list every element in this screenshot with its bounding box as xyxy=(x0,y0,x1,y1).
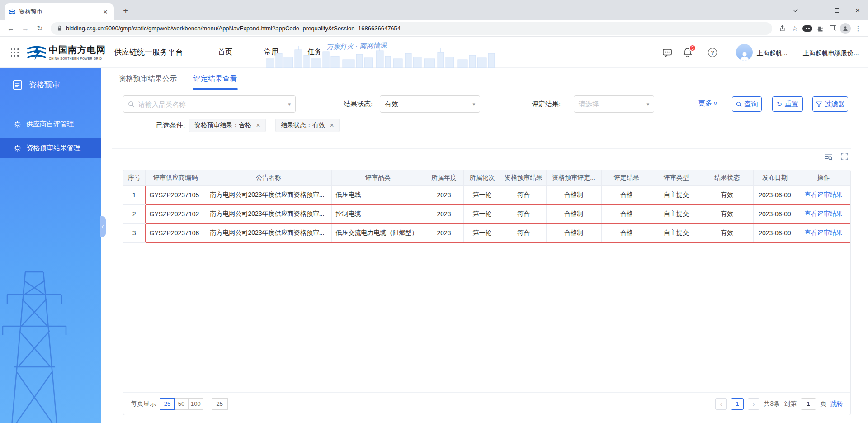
page-number-button[interactable]: 1 xyxy=(731,398,744,410)
more-label: 更多 xyxy=(698,99,712,108)
cell-eval-result: 合格 xyxy=(601,185,652,204)
pager-controls: ‹ 1 › 共3条 到第 页 跳转 xyxy=(715,398,843,410)
lock-icon xyxy=(57,25,62,31)
side-panel-icon[interactable] xyxy=(827,23,838,34)
cell-prequalify-result: 符合 xyxy=(501,223,546,242)
help-icon[interactable]: ? xyxy=(708,48,717,57)
selected-conditions-row: 已选条件: 资格预审结果：合格 ✕ 结果状态：有效 ✕ xyxy=(101,118,868,133)
sidebar-item-prequalify-result-mgmt[interactable]: 资格预审结果管理 xyxy=(0,138,101,158)
tab-evaluation-result-view[interactable]: 评定结果查看 xyxy=(193,68,238,90)
results-table: 序号评审供应商编码公告名称评审品类所属年度所属轮次资格预审结果资格预审评定...… xyxy=(123,170,851,243)
tag-close-icon[interactable]: ✕ xyxy=(330,122,334,128)
column-header: 资格预审评定... xyxy=(546,170,601,185)
jump-button[interactable]: 跳转 xyxy=(830,400,843,408)
view-review-result-link[interactable]: 查看评审结果 xyxy=(805,210,843,217)
sidebar-item-prequalify[interactable]: 资格预审 xyxy=(0,75,101,94)
extensions-puzzle-icon[interactable] xyxy=(815,23,826,34)
window-maximize-button[interactable] xyxy=(826,0,847,20)
table-empty-area xyxy=(123,243,850,393)
brand-name-en: CHINA SOUTHERN POWER GRID xyxy=(49,57,106,60)
apps-grid-icon[interactable] xyxy=(11,48,19,57)
tab-close-icon[interactable]: ✕ xyxy=(101,8,109,16)
back-icon[interactable]: ← xyxy=(5,22,17,35)
fullscreen-icon[interactable] xyxy=(840,152,849,161)
filter-tag-text: 结果状态：有效 xyxy=(281,121,325,129)
query-button[interactable]: 查询 xyxy=(732,96,762,112)
cell-prequalify-eval: 合格制 xyxy=(546,185,601,204)
cell-prequalify-eval: 合格制 xyxy=(546,223,601,242)
cell-announcement: 南方电网公司2023年度供应商资格预审... xyxy=(206,204,331,223)
brand-block: 中国南方电网 CHINA SOUTHERN POWER GRID xyxy=(49,44,106,60)
filter-button[interactable]: 过滤器 xyxy=(812,96,848,112)
cell-date: 2023-06-09 xyxy=(753,204,797,223)
content-tabs: 资格预审结果公示 评定结果查看 xyxy=(101,68,868,90)
cell-announcement: 南方电网公司2023年度供应商资格预审... xyxy=(206,185,331,204)
category-search-box[interactable]: ▾ xyxy=(123,95,296,113)
nav-item-tasks[interactable]: 任务 xyxy=(307,48,322,57)
cell-status: 有效 xyxy=(701,223,753,242)
cell-date: 2023-06-09 xyxy=(753,223,797,242)
cell-eval-result: 合格 xyxy=(601,204,652,223)
status-select[interactable]: 有效 ▾ xyxy=(380,95,480,113)
page-size-100-button[interactable]: 100 xyxy=(188,398,203,410)
status-filter-label: 结果状态: xyxy=(344,95,373,113)
table-body: 1GYSZP20237105南方电网公司2023年度供应商资格预审...低压电线… xyxy=(123,185,850,242)
browser-profile-icon[interactable] xyxy=(840,23,851,34)
page-size-25-button[interactable]: 25 xyxy=(160,398,175,410)
bookmark-star-icon[interactable]: ☆ xyxy=(789,23,800,34)
page-size-current[interactable]: 25 xyxy=(212,398,228,410)
cell-prequalify-eval: 合格制 xyxy=(546,204,601,223)
more-filters-link[interactable]: 更多 ∨ xyxy=(698,99,717,108)
goto-prefix-label: 到第 xyxy=(784,400,797,408)
filter-tag-text: 资格预审结果：合格 xyxy=(194,121,251,129)
view-review-result-link[interactable]: 查看评审结果 xyxy=(805,191,843,198)
cell-date: 2023-06-09 xyxy=(753,185,797,204)
reload-icon[interactable]: ↻ xyxy=(33,22,46,35)
nav-item-home[interactable]: 首页 xyxy=(218,48,232,57)
category-search-input[interactable] xyxy=(138,100,283,108)
cell-prequalify-result: 符合 xyxy=(501,204,546,223)
browser-menu-icon[interactable]: ⋮ xyxy=(853,23,863,34)
url-bar[interactable]: bidding.csg.cn:9090/gmp/static/gmpweb/wo… xyxy=(51,22,772,35)
tab-search-icon[interactable] xyxy=(785,0,806,20)
user-avatar[interactable] xyxy=(736,44,753,61)
window-close-button[interactable]: ✕ xyxy=(847,0,868,20)
nav-item-common[interactable]: 常用 xyxy=(264,48,278,57)
user-name-short[interactable]: 上海起帆... xyxy=(757,49,788,57)
share-icon[interactable] xyxy=(777,23,788,34)
result-select[interactable]: 请选择 ▾ xyxy=(574,95,654,113)
prev-page-icon[interactable]: ‹ xyxy=(715,398,727,410)
caret-down-icon: ▾ xyxy=(288,101,291,107)
column-settings-icon[interactable] xyxy=(824,152,833,161)
url-text: bidding.csg.cn:9090/gmp/static/gmpweb/wo… xyxy=(66,25,401,32)
goto-page-input[interactable] xyxy=(801,398,816,410)
cell-no: 1 xyxy=(123,185,145,204)
page-size-50-button[interactable]: 50 xyxy=(174,398,189,410)
notification-bell-icon[interactable]: 5 xyxy=(683,47,693,58)
sidebar-item-label: 资格预审 xyxy=(29,80,60,90)
cell-action: 查看评审结果 xyxy=(797,185,850,204)
sidebar-item-supplier-self-eval[interactable]: 供应商自评管理 xyxy=(0,115,101,133)
next-page-icon[interactable]: › xyxy=(748,398,760,410)
cell-no: 2 xyxy=(123,204,145,223)
screen: { "colors": { "accent": "#2e6be6", "side… xyxy=(0,0,868,423)
notification-badge: 5 xyxy=(689,44,696,52)
reset-button[interactable]: ↻ 重置 xyxy=(772,96,803,112)
cityscape-watermark: 万家灯火 · 南网情深 xyxy=(266,40,501,68)
cell-category: 控制电缆 xyxy=(331,204,425,223)
new-tab-button[interactable]: + xyxy=(119,5,132,17)
user-company-name[interactable]: 上海起帆电缆股份... xyxy=(803,49,859,57)
window-minimize-button[interactable] xyxy=(806,0,826,20)
extension-pill-icon[interactable] xyxy=(802,23,813,34)
column-header: 操作 xyxy=(797,170,850,185)
sidebar-item-label: 资格预审结果管理 xyxy=(26,144,80,152)
sidebar-collapse-handle[interactable] xyxy=(100,216,106,237)
column-header: 评审类型 xyxy=(652,170,701,185)
column-header: 发布日期 xyxy=(753,170,797,185)
tab-prequalify-result-publicity[interactable]: 资格预审结果公示 xyxy=(118,68,178,90)
view-review-result-link[interactable]: 查看评审结果 xyxy=(805,229,843,236)
browser-tab[interactable]: 资格预审 ✕ xyxy=(5,3,114,20)
forward-icon[interactable]: → xyxy=(19,22,32,35)
message-icon[interactable] xyxy=(662,48,673,58)
tag-close-icon[interactable]: ✕ xyxy=(256,122,260,128)
